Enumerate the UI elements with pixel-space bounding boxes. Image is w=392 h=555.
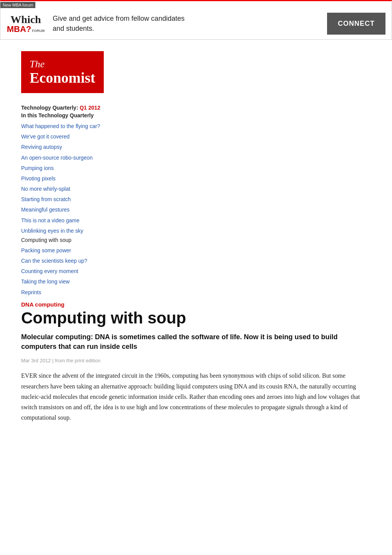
toc-section: Technology Quarterly: Q1 2012 In this Te…: [21, 105, 371, 297]
main-content: The Economist Technology Quarterly: Q1 2…: [0, 40, 392, 430]
connect-button[interactable]: CONNECT: [327, 13, 385, 35]
article-body: EVER since the advent of the integrated …: [21, 370, 371, 423]
q1-2012-link[interactable]: Q1 2012: [80, 105, 100, 111]
toc-list: What happened to the flying car?We've go…: [21, 121, 371, 297]
toc-link[interactable]: Starting from scratch: [21, 196, 71, 202]
which-mba-logo: Which MBA?FORUM: [7, 14, 45, 33]
banner-content: Which MBA?FORUM Give and get advice from…: [0, 8, 392, 39]
toc-link[interactable]: This is not a video game: [21, 217, 80, 223]
economist-text: Economist: [30, 70, 95, 86]
article-subtitle: Molecular computing: DNA is sometimes ca…: [21, 332, 371, 352]
article-section: DNA computing Computing with soup Molecu…: [21, 301, 371, 423]
article-category: DNA computing: [21, 301, 371, 308]
banner-label: New MBA forum: [0, 2, 35, 8]
toc-subheader: In this Technology Quarterly: [21, 112, 371, 118]
toc-header: Technology Quarterly: Q1 2012: [21, 105, 371, 111]
logo-which-text: Which: [10, 14, 41, 25]
toc-link[interactable]: Reviving autopsy: [21, 144, 62, 150]
toc-plain-item: Computing with soup: [21, 236, 371, 245]
economist-logo: The Economist: [21, 51, 104, 93]
toc-link[interactable]: Pumping ions: [21, 165, 54, 171]
toc-link[interactable]: Unblinking eyes in the sky: [21, 228, 83, 234]
toc-link[interactable]: We've got it covered: [21, 133, 70, 140]
toc-link[interactable]: Can the scientists keep up?: [21, 258, 87, 264]
article-title: Computing with soup: [21, 309, 371, 327]
top-banner: New MBA forum Which MBA?FORUM Give and g…: [0, 0, 392, 40]
logo-mba-text: MBA?FORUM: [7, 25, 45, 33]
toc-link[interactable]: No more whirly-splat: [21, 186, 70, 192]
toc-link[interactable]: An open-source robo-surgeon: [21, 155, 93, 161]
toc-link[interactable]: What happened to the flying car?: [21, 123, 100, 129]
logo-forum-text: FORUM: [32, 29, 45, 33]
article-date: Mar 3rd 2012 | from the print edition: [21, 358, 371, 363]
toc-link[interactable]: Counting every moment: [21, 268, 78, 274]
toc-link[interactable]: Packing some power: [21, 247, 71, 253]
toc-link[interactable]: Taking the long view: [21, 278, 70, 285]
banner-tagline: Give and get advice from fellow candidat…: [53, 14, 319, 33]
toc-link[interactable]: Reprints: [21, 289, 41, 295]
toc-label: Technology Quarterly:: [21, 105, 80, 111]
toc-link[interactable]: Meaningful gestures: [21, 207, 70, 213]
toc-link[interactable]: Pivoting pixels: [21, 175, 56, 182]
the-text: The: [30, 58, 95, 70]
